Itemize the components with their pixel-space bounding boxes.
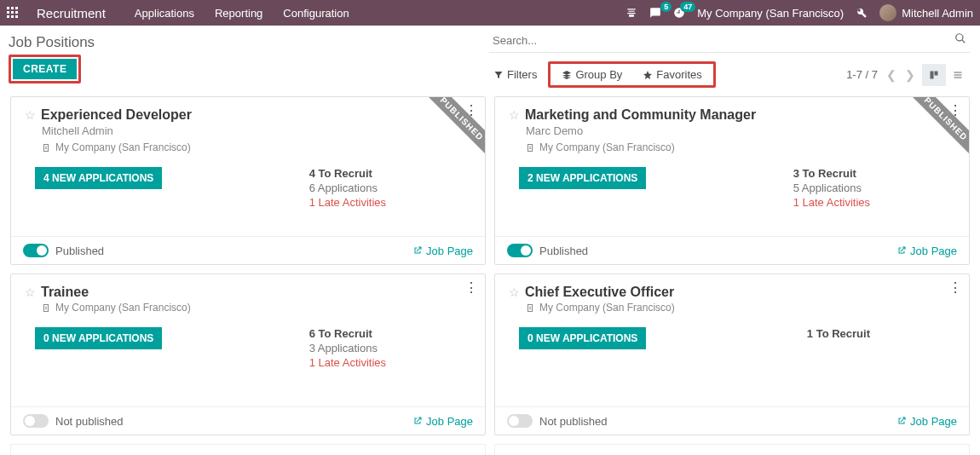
user-name: Mitchell Admin xyxy=(902,7,973,20)
star-toggle[interactable]: ☆ xyxy=(25,108,36,122)
create-highlight: CREATE xyxy=(9,55,81,84)
stat-applications: 3 Applications xyxy=(309,342,386,354)
published-toggle[interactable] xyxy=(507,414,533,428)
control-panel: Job Positions CREATE Filters Group By xyxy=(0,26,980,88)
activities-icon[interactable]: 47 xyxy=(673,7,685,19)
job-stats: 3 To Recruit 5 Applications 1 Late Activ… xyxy=(793,167,870,209)
job-card-placeholder xyxy=(10,444,486,455)
job-page-link[interactable]: Job Page xyxy=(896,245,957,257)
job-stats: 4 To Recruit 6 Applications 1 Late Activ… xyxy=(309,167,386,209)
stat-late: 1 Late Activities xyxy=(309,196,386,209)
stat-to-recruit: 4 To Recruit xyxy=(309,167,386,180)
messages-badge: 5 xyxy=(660,2,672,12)
stat-to-recruit: 6 To Recruit xyxy=(309,327,386,340)
stat-applications: 6 Applications xyxy=(309,181,386,194)
job-card[interactable]: ⋮ ☆ Trainee My Company (San Francisco) 0… xyxy=(10,274,486,435)
layers-icon xyxy=(562,70,572,80)
apps-grid-icon[interactable] xyxy=(7,7,20,20)
job-company: My Company (San Francisco) xyxy=(42,302,471,314)
new-applications-button[interactable]: 4 NEW APPLICATIONS xyxy=(35,167,162,189)
external-link-icon xyxy=(896,416,907,426)
star-toggle[interactable]: ☆ xyxy=(509,285,520,299)
building-icon xyxy=(42,302,52,313)
settings-wrench-icon[interactable] xyxy=(856,7,868,19)
star-toggle[interactable]: ☆ xyxy=(25,285,36,299)
search-icon[interactable] xyxy=(954,32,966,47)
groupby-favorites-highlight: Group By Favorites xyxy=(548,61,715,88)
new-applications-button[interactable]: 0 NEW APPLICATIONS xyxy=(35,327,162,349)
published-label: Published xyxy=(539,245,588,257)
pager-text: 1-7 / 7 xyxy=(846,68,878,81)
new-applications-button[interactable]: 0 NEW APPLICATIONS xyxy=(519,327,646,349)
external-link-icon xyxy=(412,245,423,256)
card-menu-icon[interactable]: ⋮ xyxy=(464,104,478,118)
pager: 1-7 / 7 ❮ ❯ xyxy=(846,68,915,82)
list-view-button[interactable] xyxy=(946,64,970,86)
stat-late: 1 Late Activities xyxy=(309,356,386,369)
stat-to-recruit: 3 To Recruit xyxy=(793,167,870,180)
building-icon xyxy=(526,142,536,153)
top-navbar: Recruitment Applications Reporting Confi… xyxy=(0,0,980,26)
job-title: Chief Executive Officer xyxy=(525,285,674,300)
pager-prev[interactable]: ❮ xyxy=(886,68,896,82)
job-page-link[interactable]: Job Page xyxy=(896,415,957,428)
job-owner: Marc Demo xyxy=(526,123,955,140)
menu-applications[interactable]: Applications xyxy=(135,7,194,20)
avatar xyxy=(879,4,896,21)
building-icon xyxy=(42,142,52,153)
messages-icon[interactable]: 5 xyxy=(649,7,661,19)
stat-applications: 5 Applications xyxy=(793,181,870,194)
groupby-button[interactable]: Group By xyxy=(557,66,626,84)
menu-reporting[interactable]: Reporting xyxy=(215,7,262,20)
building-icon xyxy=(526,302,536,313)
kanban-board: ⋮ PUBLISHED ☆ Experienced Developer Mitc… xyxy=(0,88,980,455)
job-card-placeholder xyxy=(494,444,970,455)
create-button[interactable]: CREATE xyxy=(13,59,77,79)
new-applications-button[interactable]: 2 NEW APPLICATIONS xyxy=(519,167,646,189)
job-page-link[interactable]: Job Page xyxy=(412,415,473,428)
external-link-icon xyxy=(412,416,423,426)
filter-icon xyxy=(493,70,504,80)
app-brand[interactable]: Recruitment xyxy=(37,6,106,20)
job-card[interactable]: ⋮ PUBLISHED ☆ Experienced Developer Mitc… xyxy=(10,96,486,265)
user-menu[interactable]: Mitchell Admin xyxy=(879,4,973,21)
filters-button[interactable]: Filters xyxy=(489,66,541,84)
search-input[interactable] xyxy=(489,29,970,53)
job-stats: 1 To Recruit xyxy=(807,327,870,349)
menu-configuration[interactable]: Configuration xyxy=(283,7,349,20)
job-page-link[interactable]: Job Page xyxy=(412,245,473,257)
job-company: My Company (San Francisco) xyxy=(526,141,955,153)
stat-to-recruit: 1 To Recruit xyxy=(807,327,870,340)
published-toggle[interactable] xyxy=(23,414,49,428)
kanban-view-button[interactable] xyxy=(922,64,946,86)
company-switcher[interactable]: My Company (San Francisco) xyxy=(697,7,844,20)
job-card[interactable]: ⋮ ☆ Chief Executive Officer My Company (… xyxy=(494,274,970,435)
job-company: My Company (San Francisco) xyxy=(42,141,471,153)
card-menu-icon[interactable]: ⋮ xyxy=(464,281,478,295)
pager-next[interactable]: ❯ xyxy=(905,68,915,82)
job-card[interactable]: ⋮ PUBLISHED ☆ Marketing and Community Ma… xyxy=(494,96,970,265)
card-menu-icon[interactable]: ⋮ xyxy=(948,104,962,118)
external-link-icon xyxy=(896,245,907,256)
job-company: My Company (San Francisco) xyxy=(526,302,955,314)
published-label: Not published xyxy=(55,415,124,428)
stat-late: 1 Late Activities xyxy=(793,196,870,209)
published-label: Published xyxy=(55,245,104,257)
job-title: Experienced Developer xyxy=(41,107,192,123)
card-menu-icon[interactable]: ⋮ xyxy=(948,281,962,295)
star-toggle[interactable]: ☆ xyxy=(509,108,520,122)
job-title: Trainee xyxy=(41,285,89,300)
published-label: Not published xyxy=(539,415,608,428)
job-owner: Mitchell Admin xyxy=(42,123,471,140)
job-stats: 6 To Recruit 3 Applications 1 Late Activ… xyxy=(309,327,386,369)
activities-badge: 47 xyxy=(680,2,695,12)
published-toggle[interactable] xyxy=(23,244,49,257)
main-menu: Applications Reporting Configuration xyxy=(135,7,349,20)
voip-icon[interactable] xyxy=(625,7,637,19)
star-icon xyxy=(643,70,653,80)
view-switcher xyxy=(922,64,970,86)
published-toggle[interactable] xyxy=(507,244,533,257)
page-title: Job Positions xyxy=(9,29,489,55)
favorites-button[interactable]: Favorites xyxy=(638,66,706,84)
job-title: Marketing and Community Manager xyxy=(525,107,756,123)
